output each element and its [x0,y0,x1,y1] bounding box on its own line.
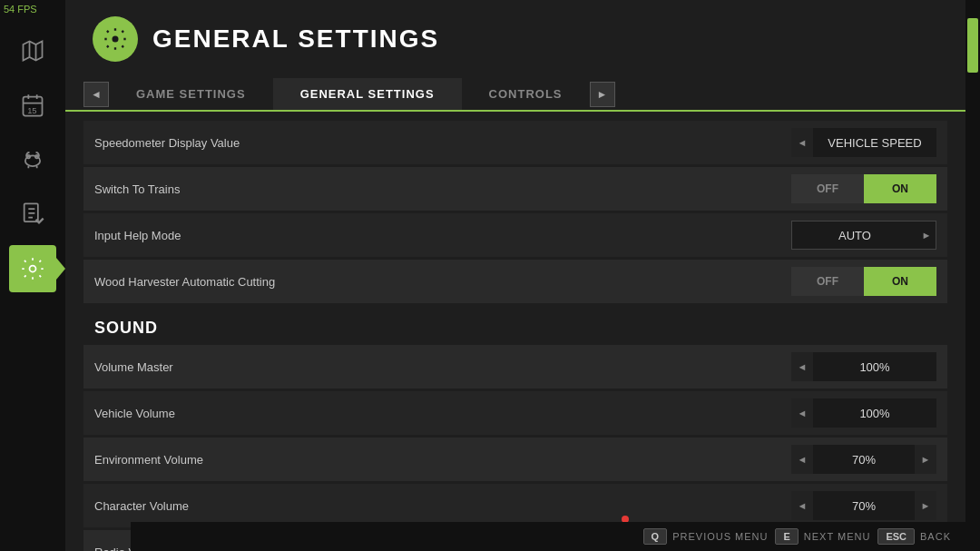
char-volume-right[interactable]: ► [915,491,936,520]
speedometer-control[interactable]: ◄ VEHICLE SPEED [791,128,936,157]
page-title: GENERAL SETTINGS [152,25,439,54]
sidebar-item-animals[interactable] [9,136,56,183]
prev-menu-badge: Q [643,528,668,545]
setting-volume-master: Volume Master ◄ 100% [83,345,947,389]
env-volume-control[interactable]: ◄ 70% ► [791,445,936,474]
switch-trains-label: Switch To Trains [94,182,791,196]
scrollbar-thumb[interactable] [967,18,978,73]
next-menu-key[interactable]: E NEXT MENU [775,528,870,545]
input-help-arrow[interactable]: ► [917,221,936,250]
scrollbar[interactable] [965,0,980,551]
tabs-bar: ◄ GAME SETTINGS GENERAL SETTINGS CONTROL… [65,78,965,112]
wood-harvester-label: Wood Harvester Automatic Cutting [94,275,791,289]
setting-speedometer: Speedometer Display Value ◄ VEHICLE SPEE… [83,121,947,164]
setting-input-help: Input Help Mode AUTO ► [83,213,947,257]
vehicle-volume-value: 100% [813,407,936,420]
setting-char-volume: Character Volume ◄ 70% ► [83,484,947,527]
env-volume-value: 70% [813,453,915,467]
svg-point-6 [30,266,36,272]
bottom-bar: Q PREVIOUS MENU E NEXT MENU ESC BACK [131,522,965,551]
speedometer-label: Speedometer Display Value [94,136,791,150]
back-key[interactable]: ESC BACK [877,528,951,545]
vehicle-volume-left[interactable]: ◄ [791,398,813,428]
sidebar-item-settings[interactable] [9,245,56,292]
volume-master-label: Volume Master [94,360,791,374]
sidebar-item-calendar[interactable]: 15 [9,82,56,129]
prev-menu-key[interactable]: Q PREVIOUS MENU [643,528,769,545]
char-volume-label: Character Volume [94,499,791,513]
wood-harvester-off[interactable]: OFF [791,267,864,296]
char-volume-left[interactable]: ◄ [791,491,813,520]
tab-controls[interactable]: CONTROLS [462,78,590,112]
input-help-label: Input Help Mode [94,229,791,242]
main-content: GENERAL SETTINGS ◄ GAME SETTINGS GENERAL… [65,0,965,551]
setting-vehicle-volume: Vehicle Volume ◄ 100% [83,391,947,435]
tab-game-settings[interactable]: GAME SETTINGS [109,78,273,112]
env-volume-left[interactable]: ◄ [791,445,813,474]
switch-trains-on[interactable]: ON [864,174,936,203]
switch-trains-control[interactable]: OFF ON [791,174,936,203]
svg-point-7 [113,36,119,43]
wood-harvester-control[interactable]: OFF ON [791,267,936,296]
speedometer-left-arrow[interactable]: ◄ [791,128,813,157]
volume-master-value: 100% [813,360,936,374]
char-volume-value: 70% [813,499,915,513]
svg-text:15: 15 [27,106,36,115]
sound-section-header: SOUND [83,306,947,345]
back-label: BACK [920,531,951,542]
prev-menu-label: PREVIOUS MENU [672,531,768,542]
header-icon [93,16,138,62]
sidebar-item-contracts[interactable] [9,191,56,238]
tab-next-arrow[interactable]: ► [590,82,615,107]
vehicle-volume-label: Vehicle Volume [94,407,791,420]
tab-general-settings[interactable]: GENERAL SETTINGS [273,78,462,112]
env-volume-label: Environment Volume [94,453,791,467]
setting-wood-harvester: Wood Harvester Automatic Cutting OFF ON [83,260,947,303]
sidebar-arrow [56,258,65,280]
setting-switch-trains: Switch To Trains OFF ON [83,167,947,211]
input-help-value: AUTO [792,229,917,242]
speedometer-value: VEHICLE SPEED [813,136,936,150]
next-menu-label: NEXT MENU [804,531,871,542]
vehicle-volume-control[interactable]: ◄ 100% [791,398,936,428]
tab-prev-arrow[interactable]: ◄ [83,82,109,107]
back-badge: ESC [877,528,915,545]
switch-trains-off[interactable]: OFF [791,174,864,203]
header: GENERAL SETTINGS [65,0,965,78]
settings-area[interactable]: Speedometer Display Value ◄ VEHICLE SPEE… [65,112,965,551]
volume-master-control[interactable]: ◄ 100% [791,352,936,381]
fps-counter: 54 FPS [4,4,37,15]
char-volume-control[interactable]: ◄ 70% ► [791,491,936,520]
setting-env-volume: Environment Volume ◄ 70% ► [83,438,947,481]
wood-harvester-on[interactable]: ON [864,267,936,296]
env-volume-right[interactable]: ► [915,445,936,474]
sidebar-item-map[interactable] [9,27,56,74]
input-help-control[interactable]: AUTO ► [791,221,936,250]
volume-master-left[interactable]: ◄ [791,352,813,381]
next-menu-badge: E [775,528,798,545]
sidebar: 15 [0,0,65,551]
